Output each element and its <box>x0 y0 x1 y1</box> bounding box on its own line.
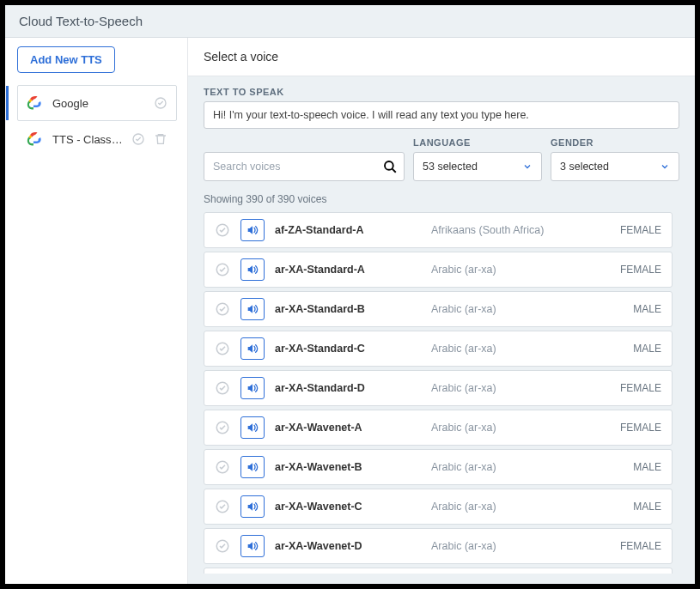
voice-name: ar-XA-Wavenet-C <box>275 501 421 513</box>
play-voice-button[interactable] <box>240 258 265 281</box>
check-circle-icon <box>215 538 230 554</box>
voice-gender: FEMALE <box>610 264 661 276</box>
play-voice-button[interactable] <box>240 298 265 320</box>
voice-row[interactable]: bg-BG-Standard-ABulgarian (Bulgaria)FEMA… <box>204 568 673 574</box>
svg-point-2 <box>385 161 393 170</box>
voice-language: Arabic (ar-xa) <box>431 264 600 276</box>
check-circle-icon <box>215 380 230 396</box>
gender-value: 3 selected <box>560 161 609 173</box>
sidebar: Add New TTS Google TTS - Classics In... <box>5 38 188 584</box>
voice-language: Afrikaans (South Africa) <box>431 224 600 236</box>
voice-language: Arabic (ar-xa) <box>431 422 600 434</box>
voice-row[interactable]: ar-XA-Wavenet-AArabic (ar-xa)FEMALE <box>204 410 673 446</box>
main-title: Select a voice <box>188 38 695 76</box>
main-panel: Select a voice TEXT TO SPEAK LAN <box>188 38 695 584</box>
language-dropdown[interactable]: 53 selected <box>413 152 542 181</box>
voice-language: Arabic (ar-xa) <box>431 343 600 355</box>
check-circle-icon <box>215 459 230 475</box>
check-circle-icon <box>215 499 230 514</box>
gender-dropdown[interactable]: 3 selected <box>551 152 679 181</box>
sound-icon <box>246 302 259 316</box>
chevron-down-icon <box>522 161 533 172</box>
voice-name: ar-XA-Standard-B <box>275 303 421 315</box>
voice-gender: MALE <box>610 303 661 315</box>
filter-row: LANGUAGE 53 selected GENDER 3 selected <box>204 137 679 181</box>
page-header: Cloud Text-to-Speech <box>5 5 695 38</box>
check-circle-icon <box>215 420 230 435</box>
page-body: Add New TTS Google TTS - Classics In... <box>5 38 695 584</box>
voice-gender: FEMALE <box>610 382 661 394</box>
voice-name: ar-XA-Standard-D <box>275 382 421 394</box>
gender-filter: GENDER 3 selected <box>551 137 679 181</box>
app-root: Cloud Text-to-Speech Add New TTS Google … <box>5 5 695 584</box>
voice-gender: FEMALE <box>610 540 661 552</box>
check-circle-icon <box>215 222 230 238</box>
check-circle-icon <box>215 301 230 317</box>
sidebar-item-label: TTS - Classics In... <box>52 133 123 146</box>
check-circle-icon <box>215 262 230 277</box>
play-voice-button[interactable] <box>240 456 265 478</box>
check-circle-icon <box>215 341 230 356</box>
sound-icon <box>246 263 259 276</box>
trash-icon[interactable] <box>154 132 167 146</box>
sidebar-item-tts-classics[interactable]: TTS - Classics In... <box>17 121 177 157</box>
play-voice-button[interactable] <box>240 535 265 557</box>
language-filter: LANGUAGE 53 selected <box>413 137 542 181</box>
voice-name: af-ZA-Standard-A <box>275 224 421 236</box>
gender-label: GENDER <box>551 137 679 148</box>
voice-list[interactable]: af-ZA-Standard-AAfrikaans (South Africa)… <box>204 212 679 574</box>
play-voice-button[interactable] <box>240 495 265 518</box>
play-voice-button[interactable] <box>240 337 265 360</box>
voice-language: Arabic (ar-xa) <box>431 461 600 473</box>
play-voice-button[interactable] <box>240 219 265 241</box>
sidebar-item-label: Google <box>52 97 145 110</box>
sound-icon <box>246 223 259 237</box>
voice-panel: TEXT TO SPEAK LANGUAGE <box>188 76 695 584</box>
google-cloud-icon <box>27 131 44 148</box>
voice-name: ar-XA-Wavenet-D <box>275 540 421 552</box>
sound-icon <box>246 381 259 395</box>
search-icon <box>382 159 398 174</box>
voice-language: Arabic (ar-xa) <box>431 540 600 552</box>
sound-icon <box>246 342 259 355</box>
voice-language: Arabic (ar-xa) <box>431 303 600 315</box>
voice-row[interactable]: ar-XA-Wavenet-CArabic (ar-xa)MALE <box>204 489 673 525</box>
sound-icon <box>246 500 259 513</box>
voice-name: ar-XA-Standard-C <box>275 343 421 355</box>
search-input[interactable] <box>204 152 405 181</box>
search-filter <box>204 152 405 181</box>
sound-icon <box>246 539 259 553</box>
voice-gender: MALE <box>610 343 661 355</box>
check-circle-icon <box>154 96 167 110</box>
voice-row[interactable]: ar-XA-Standard-DArabic (ar-xa)FEMALE <box>204 370 673 406</box>
result-count: Showing 390 of 390 voices <box>204 181 679 212</box>
voice-gender: FEMALE <box>610 224 661 236</box>
voice-name: ar-XA-Standard-A <box>275 264 421 276</box>
sound-icon <box>246 460 259 474</box>
page-title: Cloud Text-to-Speech <box>19 14 681 28</box>
add-tts-button[interactable]: Add New TTS <box>17 46 115 73</box>
play-voice-button[interactable] <box>240 416 265 439</box>
voice-language: Arabic (ar-xa) <box>431 382 600 394</box>
voice-gender: MALE <box>610 461 661 473</box>
sound-icon <box>246 421 259 434</box>
voice-name: ar-XA-Wavenet-A <box>275 422 421 434</box>
play-voice-button[interactable] <box>240 377 265 399</box>
language-value: 53 selected <box>423 161 478 173</box>
voice-row[interactable]: ar-XA-Wavenet-BArabic (ar-xa)MALE <box>204 449 673 485</box>
voice-name: ar-XA-Wavenet-B <box>275 461 421 473</box>
voice-row[interactable]: ar-XA-Standard-AArabic (ar-xa)FEMALE <box>204 252 673 288</box>
voice-row[interactable]: af-ZA-Standard-AAfrikaans (South Africa)… <box>204 212 673 248</box>
check-circle-icon <box>131 132 145 146</box>
text-to-speak-input[interactable] <box>204 101 679 129</box>
voice-row[interactable]: ar-XA-Wavenet-DArabic (ar-xa)FEMALE <box>204 528 673 564</box>
voice-language: Arabic (ar-xa) <box>431 501 600 513</box>
chevron-down-icon <box>660 161 670 172</box>
voice-row[interactable]: ar-XA-Standard-CArabic (ar-xa)MALE <box>204 331 673 367</box>
voice-gender: MALE <box>610 501 661 513</box>
voice-row[interactable]: ar-XA-Standard-BArabic (ar-xa)MALE <box>204 291 673 327</box>
sidebar-item-google[interactable]: Google <box>17 85 177 121</box>
language-label: LANGUAGE <box>413 137 542 148</box>
voice-gender: FEMALE <box>610 422 661 434</box>
text-to-speak-label: TEXT TO SPEAK <box>204 87 679 97</box>
